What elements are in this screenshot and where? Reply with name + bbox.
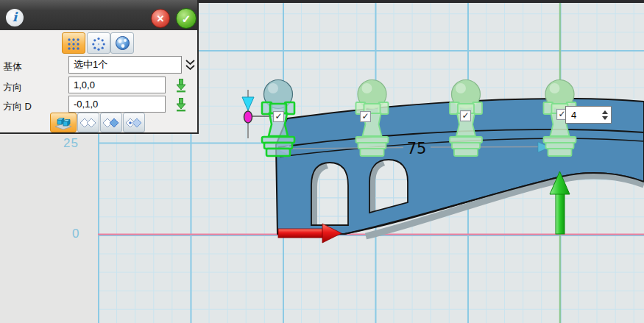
- circular-pattern-button[interactable]: [87, 32, 110, 54]
- sphere-pattern-icon: [115, 35, 130, 51]
- info-icon[interactable]: i: [6, 9, 24, 26]
- diamonds-filled-icon: [102, 116, 120, 129]
- diamonds-dot-icon: [125, 116, 143, 129]
- pick-direction2-icon[interactable]: [174, 97, 188, 112]
- pick-direction-icon[interactable]: [174, 78, 188, 93]
- diamonds-outline-icon: [79, 116, 97, 129]
- spin-down-button[interactable]: [602, 116, 608, 120]
- instance-count-input[interactable]: [566, 109, 601, 121]
- subtract-result-button[interactable]: [100, 113, 122, 132]
- dialog-titlebar[interactable]: i ✕ ✓: [0, 0, 197, 30]
- direction-field[interactable]: [68, 77, 166, 93]
- direction2-field[interactable]: [68, 96, 166, 113]
- spin-up-button[interactable]: [602, 110, 608, 114]
- direction-field-input[interactable]: [69, 77, 165, 93]
- expand-chevrons-icon[interactable]: [185, 58, 196, 71]
- circular-pattern-icon: [91, 36, 106, 51]
- independent-result-button[interactable]: [77, 113, 99, 132]
- instance-checkbox-1[interactable]: ✓: [273, 111, 284, 122]
- direction2-field-label: 方向 D: [3, 100, 32, 113]
- intersect-result-button[interactable]: [123, 113, 145, 132]
- linear-pattern-icon: [66, 36, 81, 51]
- instance-checkbox-3[interactable]: ✓: [460, 110, 471, 121]
- base-field[interactable]: [68, 56, 182, 74]
- cubes-icon: [54, 116, 73, 130]
- linear-pattern-button[interactable]: [62, 32, 85, 54]
- base-field-input[interactable]: [69, 57, 181, 73]
- manipulator-cone-cyan[interactable]: [242, 97, 254, 110]
- base-field-label: 基体: [3, 60, 22, 74]
- application-window: 25 0: [0, 0, 644, 323]
- cancel-button[interactable]: ✕: [151, 9, 170, 28]
- sphere-pattern-button[interactable]: [110, 32, 134, 54]
- pattern-dialog: i ✕ ✓: [0, 0, 199, 134]
- confirm-button[interactable]: ✓: [176, 8, 197, 29]
- merge-result-button[interactable]: [50, 113, 77, 132]
- direction2-field-input[interactable]: [69, 96, 165, 112]
- manipulator-ring-magenta[interactable]: [244, 111, 252, 123]
- spinner-buttons: [602, 110, 608, 120]
- dimension-label: 75: [407, 140, 427, 157]
- direction-field-label: 方向: [3, 81, 22, 94]
- instance-checkbox-2[interactable]: ✓: [360, 111, 371, 122]
- instance-count-spinbox[interactable]: [565, 106, 612, 124]
